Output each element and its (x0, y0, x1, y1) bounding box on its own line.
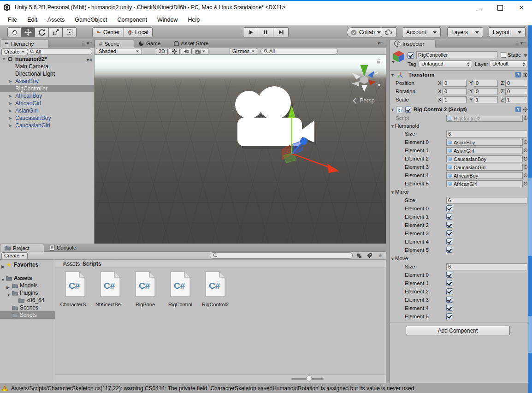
tag-dropdown[interactable]: Untagged (419, 60, 472, 67)
hierarchy-scene-row[interactable]: ▼ humanoid2* ▾≡ (0, 55, 94, 63)
tab-project[interactable]: Project (0, 244, 44, 252)
2d-toggle-button[interactable]: 2D (156, 48, 168, 55)
object-picker-icon[interactable]: ⊙ (523, 172, 528, 179)
object-picker-icon[interactable]: ⊙ (523, 139, 528, 145)
panel-menu-icon[interactable]: ▾≡ (378, 41, 384, 46)
menu-assets[interactable]: Assets (42, 17, 70, 23)
hierarchy-item-rigcontroller[interactable]: RigController (0, 85, 94, 92)
move-checkbox[interactable] (446, 272, 452, 278)
project-create-button[interactable]: Create (1, 252, 28, 259)
gizmo-z-cone[interactable] (368, 71, 374, 78)
expand-arrow-icon[interactable]: ▶ (9, 122, 12, 129)
account-dropdown[interactable]: Account (402, 27, 441, 37)
hierarchy-item-directional-light[interactable]: Directional Light (0, 70, 94, 77)
gizmo-x-cone[interactable] (368, 80, 376, 85)
hierarchy-item-africanboy[interactable]: ▶AfricanBoy (0, 92, 94, 100)
help-icon[interactable]: ? (515, 72, 521, 77)
mirror-checkbox[interactable] (446, 247, 452, 253)
file-icon-csharp[interactable]: C# (134, 271, 156, 297)
lock-icon[interactable] (515, 41, 519, 46)
scale-tool-button[interactable] (49, 27, 63, 37)
file-icon-csharp[interactable]: C# (204, 271, 226, 297)
tab-console[interactable]: Console (50, 244, 76, 252)
object-picker-icon[interactable]: ⊙ (523, 147, 528, 154)
file-icon-csharp[interactable]: C# (169, 271, 191, 297)
x-axis-handle[interactable] (292, 154, 331, 168)
expand-arrow-icon[interactable]: ▶ (9, 100, 12, 107)
object-field[interactable]: AfricanGirl (446, 180, 523, 187)
gear-icon[interactable] (523, 107, 528, 112)
camera-gizmo[interactable] (217, 85, 364, 187)
file-icon-csharp[interactable]: C# (99, 271, 121, 297)
file-label[interactable]: RigControl2 (197, 302, 233, 307)
object-picker-icon[interactable]: ⊙ (523, 164, 528, 170)
rig-control-header[interactable]: ▼ C# Rig Control 2 (Script) ? (390, 106, 528, 114)
position-y-field[interactable]: 0 (474, 80, 498, 87)
component-enabled-checkbox[interactable] (405, 107, 411, 113)
scene-viewport[interactable]: z x Persp (95, 55, 386, 244)
expand-arrow-icon[interactable]: ▶ (9, 77, 12, 85)
tree-x86-64[interactable]: x86_64 (0, 297, 55, 304)
file-label[interactable]: RigControl (162, 302, 198, 307)
object-field[interactable]: AsianGirl (446, 147, 523, 154)
minimize-button[interactable] (468, 1, 490, 15)
scale-y-field[interactable]: 1 (474, 96, 498, 103)
close-button[interactable]: × (511, 1, 532, 15)
zoom-slider-knob[interactable] (306, 375, 312, 381)
move-checkbox[interactable] (446, 313, 452, 319)
panel-menu-icon[interactable]: ▾≡ (87, 41, 93, 46)
hierarchy-item-caucasiangirl[interactable]: ▶CaucasianGirl (0, 122, 94, 129)
scene-lock-icon[interactable] (377, 59, 381, 64)
gameobject-active-checkbox[interactable] (408, 52, 414, 59)
mirror-checkbox[interactable] (446, 230, 452, 236)
object-field[interactable]: AfricanBoy (446, 172, 523, 179)
search-by-type-button[interactable] (356, 253, 362, 260)
menu-window[interactable]: Window (152, 17, 183, 23)
gameobject-icon-dropdown[interactable] (392, 61, 395, 63)
rotate-tool-button[interactable] (35, 27, 49, 37)
foldout-arrow-icon[interactable]: ▼ (2, 55, 6, 63)
script-object-field[interactable]: RigControl2 (446, 115, 523, 122)
scene-orientation-gizmo[interactable]: z x (347, 60, 386, 97)
move-foldout[interactable]: ▼ Move (390, 255, 528, 263)
hierarchy-item-asiangirl[interactable]: ▶AsianGirl (0, 107, 94, 114)
tree-plugins[interactable]: ▼ Plugins (0, 289, 55, 297)
menu-component[interactable]: Component (112, 17, 152, 23)
tab-game[interactable]: Game (139, 39, 160, 48)
gizmo-y-cone[interactable] (361, 65, 368, 76)
move-size-field[interactable]: 6 (446, 263, 527, 270)
persp-label[interactable]: Persp (354, 97, 375, 104)
mirror-size-field[interactable]: 6 (446, 197, 527, 204)
tree-assets[interactable]: ▼ Assets (0, 274, 55, 282)
shaded-dropdown[interactable]: Shaded (96, 48, 142, 55)
menu-file[interactable]: File (3, 17, 22, 23)
expand-arrow-icon[interactable]: ▶ (9, 107, 12, 114)
scale-x-field[interactable]: 1 (443, 96, 467, 103)
expand-arrow-icon[interactable]: ▶ (9, 114, 12, 122)
foldout-arrow-icon[interactable]: ▼ (390, 190, 395, 195)
position-x-field[interactable]: 0 (443, 80, 467, 87)
panel-menu-icon[interactable]: ▾≡ (520, 41, 526, 46)
menu-edit[interactable]: Edit (22, 17, 42, 23)
mirror-checkbox[interactable] (446, 205, 452, 211)
file-label[interactable]: CharacterS... (57, 302, 93, 307)
transform-header[interactable]: ▼ Transform ? (390, 71, 528, 79)
gear-icon[interactable] (523, 72, 528, 77)
tree-scenes[interactable]: Scenes (0, 304, 55, 311)
step-button[interactable] (273, 27, 289, 37)
pause-button[interactable] (258, 27, 273, 37)
tab-scene[interactable]: # Scene (95, 39, 134, 48)
status-bar[interactable]: Assets/Scripts/CharacterSkeleton.cs(117,… (0, 383, 528, 393)
mirror-checkbox[interactable] (446, 214, 452, 220)
help-icon[interactable]: ? (515, 107, 521, 112)
foldout-arrow-icon[interactable]: ▼ (390, 256, 395, 261)
expand-arrow-icon[interactable]: ▶ (1, 263, 5, 270)
object-picker-icon[interactable]: ⊙ (523, 155, 528, 162)
maximize-button[interactable] (490, 1, 511, 15)
object-picker-icon[interactable]: ⊙ (523, 180, 528, 187)
move-checkbox[interactable] (446, 280, 452, 286)
foldout-arrow-icon[interactable]: ▼ (390, 107, 395, 112)
tree-scripts[interactable]: Scripts (0, 311, 55, 319)
tab-asset-store[interactable]: Asset Store (174, 39, 208, 48)
hierarchy-item-main-camera[interactable]: Main Camera (0, 63, 94, 70)
